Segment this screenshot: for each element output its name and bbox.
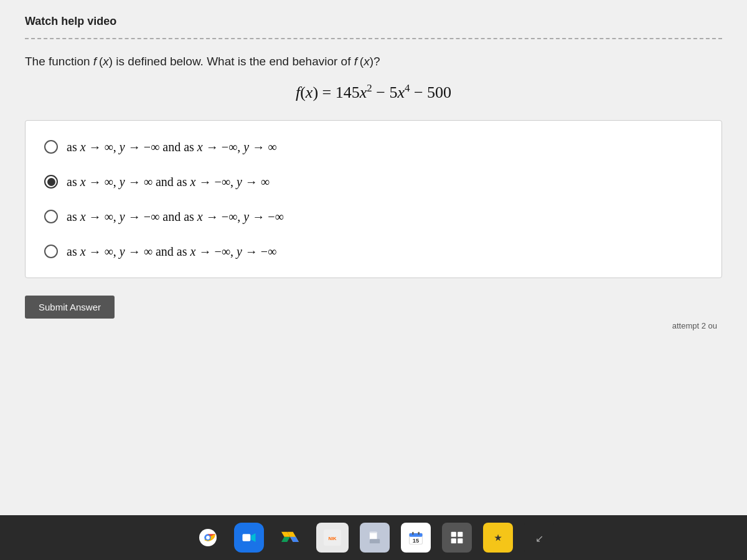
files-icon[interactable] bbox=[360, 523, 390, 553]
radio-1[interactable] bbox=[44, 140, 58, 154]
option-2-text: as x → ∞, y → ∞ and as x → −∞, y → ∞ bbox=[67, 173, 270, 190]
svg-text:★: ★ bbox=[494, 533, 502, 543]
calendar-icon[interactable]: 15 bbox=[401, 523, 431, 553]
divider bbox=[25, 38, 722, 39]
svg-rect-23 bbox=[418, 532, 420, 535]
svg-rect-28 bbox=[458, 538, 463, 543]
svg-text:NIK: NIK bbox=[329, 536, 337, 541]
grid-icon[interactable] bbox=[442, 523, 472, 553]
svg-rect-22 bbox=[412, 532, 413, 535]
svg-marker-10 bbox=[290, 537, 299, 542]
option-1-text: as x → ∞, y → −∞ and as x → −∞, y → ∞ bbox=[67, 138, 276, 156]
option-4[interactable]: as x → ∞, y → ∞ and as x → −∞, y → −∞ bbox=[44, 243, 703, 260]
radio-2-fill bbox=[47, 178, 55, 186]
main-content: Watch help video The function f (x) is d… bbox=[0, 0, 747, 515]
svg-rect-24 bbox=[448, 529, 466, 546]
taskbar: NIK 15 bbox=[0, 515, 747, 560]
function-display: f(x) = 145x2 − 5x4 − 500 bbox=[25, 82, 722, 102]
option-3[interactable]: as x → ∞, y → −∞ and as x → −∞, y → −∞ bbox=[44, 208, 703, 225]
yellow-app-icon[interactable]: ★ bbox=[483, 523, 513, 553]
svg-rect-16 bbox=[370, 539, 380, 543]
svg-point-3 bbox=[206, 536, 210, 539]
drive-icon[interactable] bbox=[275, 523, 305, 553]
chrome-icon[interactable] bbox=[193, 523, 223, 553]
svg-rect-5 bbox=[243, 534, 251, 541]
question-text: The function f (x) is defined below. Wha… bbox=[25, 53, 722, 71]
nik-icon[interactable]: NIK bbox=[316, 523, 349, 553]
option-2[interactable]: as x → ∞, y → ∞ and as x → −∞, y → ∞ bbox=[44, 173, 703, 190]
attempt-text: attempt 2 ou bbox=[25, 321, 722, 330]
svg-marker-9 bbox=[281, 537, 290, 542]
submit-button[interactable]: Submit Answer bbox=[25, 296, 115, 319]
svg-rect-25 bbox=[451, 532, 456, 537]
answer-area: as x → ∞, y → −∞ and as x → −∞, y → ∞ as… bbox=[25, 120, 722, 278]
svg-rect-26 bbox=[458, 532, 463, 537]
watch-help-link[interactable]: Watch help video bbox=[25, 15, 722, 28]
option-3-text: as x → ∞, y → −∞ and as x → −∞, y → −∞ bbox=[67, 208, 284, 225]
meet-icon[interactable] bbox=[234, 523, 264, 553]
svg-rect-17 bbox=[370, 532, 377, 533]
svg-text:15: 15 bbox=[413, 538, 419, 544]
radio-2[interactable] bbox=[44, 175, 58, 189]
svg-rect-20 bbox=[410, 533, 423, 537]
radio-4[interactable] bbox=[44, 245, 58, 258]
option-4-text: as x → ∞, y → ∞ and as x → −∞, y → −∞ bbox=[67, 243, 276, 260]
svg-text:↙: ↙ bbox=[535, 533, 543, 544]
check-icon[interactable]: ↙ bbox=[524, 523, 554, 553]
radio-3[interactable] bbox=[44, 210, 58, 223]
svg-rect-27 bbox=[451, 538, 456, 543]
option-1[interactable]: as x → ∞, y → −∞ and as x → −∞, y → ∞ bbox=[44, 138, 703, 156]
